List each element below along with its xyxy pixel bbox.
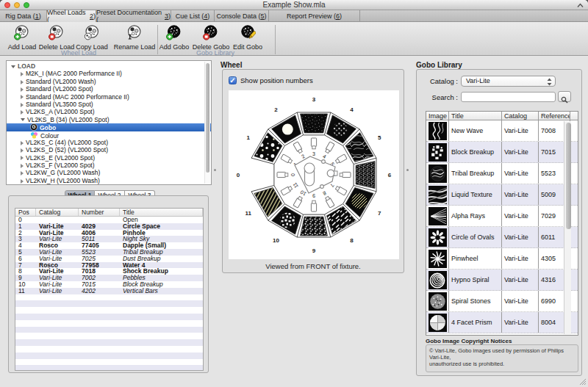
catalog-dropdown[interactable]: Vari-Lite <box>461 76 556 87</box>
tree-item-m2k-i-mac-2000-performance-ii[interactable]: M2K_I (MAC 2000 Performance II) <box>7 70 211 77</box>
delete-gobo-button[interactable]: Delete Gobo <box>193 24 230 51</box>
disclosure-triangle-icon[interactable] <box>21 103 24 107</box>
disclosure-triangle-icon[interactable] <box>11 65 15 68</box>
disclosure-triangle-icon[interactable] <box>21 110 24 115</box>
load-row-empty[interactable] <box>15 352 203 359</box>
gobo-row-tribal-breakup[interactable]: Tribal BreakupVari-Lite5523 <box>426 163 578 184</box>
load-row-pos-0[interactable]: 0Open <box>15 217 203 223</box>
disclosure-triangle-icon[interactable] <box>21 171 24 176</box>
disclosure-triangle-icon[interactable] <box>21 164 24 168</box>
edit-gobo-button[interactable]: Edit Gobo <box>233 24 262 51</box>
tree-item-load[interactable]: LOAD <box>7 62 211 70</box>
load-row-pos-3[interactable]: 3Vari-Lite5011Night Sky <box>15 236 203 242</box>
load-row-empty[interactable] <box>15 346 203 352</box>
disclosure-triangle-icon[interactable] <box>21 118 25 121</box>
gobo-column-reference[interactable]: Reference <box>539 112 570 120</box>
load-row-empty[interactable] <box>15 339 203 346</box>
load-row-empty[interactable] <box>15 327 203 333</box>
delete-load-button[interactable]: Delete Load <box>39 24 75 51</box>
copy-load-button[interactable]: Copy Load <box>76 24 108 51</box>
collapse-toolbar-chevron-icon[interactable] <box>577 3 584 8</box>
load-row-empty[interactable] <box>15 294 203 301</box>
load-row-empty[interactable] <box>15 359 203 366</box>
load-row-pos-5[interactable]: 5Vari-Lite5523Tribal Breakup <box>15 249 203 256</box>
tab-preset-documentation[interactable]: Preset Documentation (3) <box>96 10 171 22</box>
search-button[interactable] <box>558 91 571 102</box>
load-row-empty[interactable] <box>15 320 203 327</box>
disclosure-triangle-icon[interactable] <box>21 95 24 99</box>
tree-item-vl2ks-b-34-vl2000-spot[interactable]: VL2KS_B (34) (VL2000 Spot) <box>7 116 211 123</box>
load-row-empty[interactable] <box>15 314 203 320</box>
gobo-table-scrollbar[interactable] <box>564 121 571 334</box>
tab-report-preview[interactable]: Report Preview (6) <box>269 10 360 22</box>
tree-item-standard-mac-2000-performance-ii[interactable]: Standard (MAC 2000 Performance II) <box>7 93 211 101</box>
gobo-row-new-wave[interactable]: New WaveVari-Lite7008 <box>426 120 578 142</box>
add-load-button[interactable]: Add Load <box>8 24 37 51</box>
gobo-column-catalog[interactable]: Catalog <box>502 112 539 120</box>
disclosure-triangle-icon[interactable] <box>21 72 24 76</box>
gobo-row-4-facet-prism[interactable]: 4 Facet PrismVari-Lite8004 <box>426 312 578 333</box>
show-position-numbers-checkbox[interactable]: ✓ <box>229 76 237 84</box>
cell: Circle of Ovals <box>449 227 502 247</box>
tree-item-vl2kw-g-vl2000-wash[interactable]: VL2KW_G (VL2000 Wash) <box>7 169 211 176</box>
disclosure-triangle-icon[interactable] <box>21 156 24 160</box>
load-row-pos-9[interactable]: 9Vari-Lite7002Pebbles <box>15 275 203 281</box>
disclosure-triangle-icon[interactable] <box>21 179 24 184</box>
gobo-row-alpha-rays[interactable]: Alpha RaysVari-Lite7029 <box>426 206 578 227</box>
wheel-rename-icon <box>126 24 143 40</box>
gobo-column-image[interactable]: Image <box>426 112 449 120</box>
tree-item-standard-vl3500-spot[interactable]: Standard (VL3500 Spot) <box>7 101 211 108</box>
tree-item-gobo[interactable]: GGobo <box>7 123 211 131</box>
load-row-pos-6[interactable]: 6Vari-Lite7025Dust Breakup <box>15 256 203 262</box>
tree-item-vl2ks-f-vl2000-spot[interactable]: VL2KS_F (VL2000 Spot) <box>7 162 211 169</box>
rename-load-button[interactable]: Rename Load <box>114 24 156 51</box>
gobo-row-circle-of-ovals[interactable]: Circle of OvalsVari-Lite6011 <box>426 227 578 248</box>
gobo-table-scrollbar-thumb[interactable] <box>566 123 571 229</box>
load-column-catalog[interactable]: Catalog <box>36 209 79 216</box>
load-row-pos-11[interactable]: 11Vari-Lite4202Vertical Bars <box>15 288 203 294</box>
load-column-pos[interactable]: Pos <box>15 209 36 216</box>
load-column-number[interactable]: Number <box>79 209 120 216</box>
gobo-row-pinwheel[interactable]: PinwheelVari-Lite4305 <box>426 248 578 270</box>
tab-rig-data[interactable]: Rig Data (1) <box>0 10 47 22</box>
tree-item-vl2ks-c-44-vl2000-spot[interactable]: VL2KS_C (44) (VL2000 Spot) <box>7 139 211 146</box>
tree-item-vl2ks-e-vl2000-spot[interactable]: VL2KS_E (VL2000 Spot) <box>7 154 211 162</box>
tree-item-vl2ks-a-vl2000-spot[interactable]: VL2KS_A (VL2000 Spot) <box>7 108 211 115</box>
disclosure-triangle-icon[interactable] <box>21 141 24 145</box>
load-row-empty[interactable] <box>15 365 203 371</box>
gobo-row-spiral-stones[interactable]: Spiral StonesVari-Lite6990 <box>426 291 578 312</box>
cell: Pebbles <box>120 275 203 281</box>
tree-item-standard-vl2000-wash[interactable]: Standard (VL2000 Wash) <box>7 78 211 85</box>
load-row-empty[interactable] <box>15 300 203 307</box>
load-row-empty[interactable] <box>15 307 203 314</box>
tree-item-standard-vl2000-spot[interactable]: Standard (VL2000 Spot) <box>7 85 211 93</box>
gobo-column-title[interactable]: Title <box>449 112 502 120</box>
tab-console-data[interactable]: Console Data (5) <box>215 10 269 22</box>
load-row-pos-4[interactable]: 4Rosco77405Dapple (Small) <box>15 242 203 249</box>
tab-wheel-loads[interactable]: Wheel Loads (2) <box>46 10 96 22</box>
load-row-pos-8[interactable]: 8Vari-Lite7018Shock Breakup <box>15 268 203 275</box>
window-resize-grip[interactable] <box>578 377 587 386</box>
right-splitter-handle[interactable] <box>406 169 409 171</box>
load-row-pos-2[interactable]: 2Vari-Lite4006Pinhole <box>15 230 203 236</box>
tree-item-colour[interactable]: Colour <box>7 131 211 139</box>
left-splitter-handle[interactable] <box>214 169 216 171</box>
gobo-row-block-breakup[interactable]: Block BreakupVari-Lite7015 <box>426 142 578 163</box>
load-row-pos-7[interactable]: 7Rosco77958Water 4 <box>15 262 203 269</box>
gobo-row-hypno-spiral[interactable]: Hypno SpiralVari-Lite4316 <box>426 270 578 291</box>
tab-cue-list[interactable]: Cue List (4) <box>171 10 215 22</box>
load-row-empty[interactable] <box>15 333 203 339</box>
add-gobo-button[interactable]: Add Gobo <box>159 24 190 51</box>
gobo-row-liquid-texture[interactable]: Liquid TextureVari-Lite5009 <box>426 184 578 206</box>
tree-scrollbar[interactable] <box>204 62 210 184</box>
disclosure-triangle-icon[interactable] <box>21 87 24 92</box>
load-column-title[interactable]: Title <box>120 209 203 216</box>
tree-item-vl2ks-d-52-vl2000-spot[interactable]: VL2KS_D (52) (VL2000 Spot) <box>7 146 211 153</box>
load-row-pos-10[interactable]: 10Vari-Lite7015Block Breakup <box>15 281 203 288</box>
search-input[interactable] <box>461 92 556 102</box>
tree-item-vl2kw-h-vl2000-wash[interactable]: VL2KW_H (VL2000 Wash) <box>7 177 211 184</box>
tree-scrollbar-thumb[interactable] <box>206 63 209 173</box>
disclosure-triangle-icon[interactable] <box>21 80 24 84</box>
load-row-pos-1[interactable]: 1Vari-Lite4029Circle Space <box>15 223 203 230</box>
disclosure-triangle-icon[interactable] <box>21 148 24 153</box>
